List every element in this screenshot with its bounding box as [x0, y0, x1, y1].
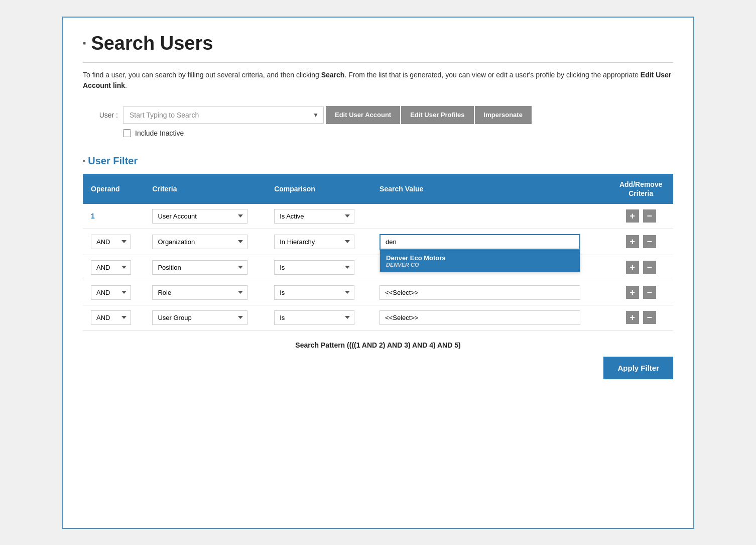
- col-header-operand: Operand: [83, 174, 144, 204]
- desc-text-1: To find a user, you can search by fillin…: [83, 71, 321, 79]
- filter-table: Operand Criteria Comparison Search Value…: [83, 174, 673, 331]
- col-header-comparison: Comparison: [266, 174, 371, 204]
- row4-search-value-cell: [371, 280, 608, 305]
- col-header-search-value: Search Value: [371, 174, 608, 204]
- row4-add-remove-cell: + −: [608, 280, 673, 305]
- impersonate-button[interactable]: Impersonate: [475, 106, 532, 124]
- table-row: AND OR User Account Organization Positio…: [83, 305, 673, 330]
- row3-comparison-select[interactable]: Is Active In Hierarchy Is: [274, 260, 354, 275]
- autocomplete-item-denver[interactable]: Denver Eco Motors DENVER CO ↖: [380, 250, 580, 272]
- row5-criteria-select[interactable]: User Account Organization Position Role …: [152, 310, 247, 325]
- row1-search-value-cell: [371, 204, 608, 229]
- row5-search-input[interactable]: [380, 310, 580, 325]
- row3-comparison-cell: Is Active In Hierarchy Is: [266, 255, 371, 280]
- table-row: AND OR User Account Organization Positio…: [83, 229, 673, 255]
- user-dropdown-wrapper: Start Typing to Search ▼: [123, 106, 324, 124]
- page-title-container: ▪ Search Users: [83, 33, 673, 54]
- row2-search-value-cell: Denver Eco Motors DENVER CO ↖: [371, 229, 608, 255]
- page-title: Search Users: [91, 33, 213, 54]
- row4-operand-select[interactable]: AND OR: [91, 285, 131, 300]
- row3-operand-cell: AND OR: [83, 255, 144, 280]
- user-search-section: User : Start Typing to Search ▼ Edit Use…: [83, 106, 673, 137]
- row2-comparison-cell: Is Active In Hierarchy Is: [266, 229, 371, 255]
- search-pattern-value: ((((1 AND 2) AND 3) AND 4) AND 5): [347, 341, 461, 349]
- autocomplete-item-name: Denver Eco Motors: [386, 254, 574, 262]
- row5-remove-button[interactable]: −: [643, 311, 656, 324]
- autocomplete-item-sub: DENVER CO: [386, 262, 574, 268]
- row2-add-remove-cell: + −: [608, 229, 673, 255]
- title-icon: ▪: [83, 38, 86, 49]
- table-row: 1 User Account Organization Position Rol…: [83, 204, 673, 229]
- row4-comparison-cell: Is Active In Hierarchy Is: [266, 280, 371, 305]
- row5-add-remove-cell: + −: [608, 305, 673, 330]
- search-pattern-row: Search Pattern ((((1 AND 2) AND 3) AND 4…: [83, 341, 673, 350]
- row1-criteria-cell: User Account Organization Position Role …: [144, 204, 266, 229]
- row5-operand-cell: AND OR: [83, 305, 144, 330]
- row2-operand-cell: AND OR: [83, 229, 144, 255]
- row2-remove-button[interactable]: −: [643, 235, 656, 248]
- row1-remove-button[interactable]: −: [643, 209, 656, 223]
- row2-autocomplete-container: Denver Eco Motors DENVER CO ↖: [380, 234, 580, 250]
- row2-operand-select[interactable]: AND OR: [91, 235, 131, 249]
- user-search-dropdown[interactable]: Start Typing to Search: [123, 106, 324, 124]
- row1-number: 1: [91, 212, 95, 220]
- row2-criteria-cell: User Account Organization Position Role …: [144, 229, 266, 255]
- row3-add-remove-cell: + −: [608, 255, 673, 280]
- user-label: User :: [83, 111, 118, 119]
- row3-remove-button[interactable]: −: [643, 261, 656, 274]
- row4-comparison-select[interactable]: Is Active In Hierarchy Is: [274, 285, 354, 300]
- include-inactive-label[interactable]: Include Inactive: [135, 129, 184, 137]
- cursor-arrow-icon: ↖: [589, 254, 598, 267]
- search-pattern-label: Search Pattern: [295, 341, 345, 349]
- filter-section-icon: ▪: [83, 157, 85, 164]
- apply-filter-button[interactable]: Apply Filter: [603, 357, 673, 379]
- page-container: ▪ Search Users To find a user, you can s…: [62, 17, 694, 529]
- row2-add-button[interactable]: +: [626, 235, 639, 248]
- include-inactive-row: Include Inactive: [123, 129, 673, 137]
- row1-add-remove-cell: + −: [608, 204, 673, 229]
- row3-add-button[interactable]: +: [626, 261, 639, 274]
- filter-section-title: ▪ User Filter: [83, 155, 673, 167]
- row5-criteria-cell: User Account Organization Position Role …: [144, 305, 266, 330]
- filter-section-label: User Filter: [88, 155, 138, 167]
- row5-operand-select[interactable]: AND OR: [91, 310, 131, 325]
- include-inactive-checkbox[interactable]: [123, 129, 131, 137]
- row2-autocomplete-dropdown: Denver Eco Motors DENVER CO ↖: [380, 250, 580, 272]
- desc-text-3: .: [125, 81, 127, 89]
- row1-number-cell: 1: [83, 204, 144, 229]
- row2-comparison-select[interactable]: Is Active In Hierarchy Is: [274, 235, 354, 249]
- row2-criteria-select[interactable]: User Account Organization Position Role …: [152, 235, 247, 249]
- table-row: AND OR User Account Organization Positio…: [83, 255, 673, 280]
- row1-comparison-select[interactable]: Is Active In Hierarchy Is: [274, 209, 354, 224]
- row4-add-button[interactable]: +: [626, 286, 639, 299]
- row4-criteria-cell: User Account Organization Position Role …: [144, 280, 266, 305]
- row3-criteria-cell: User Account Organization Position Role …: [144, 255, 266, 280]
- row1-comparison-cell: Is Active In Hierarchy Is: [266, 204, 371, 229]
- row3-criteria-select[interactable]: User Account Organization Position Role …: [152, 260, 247, 275]
- title-divider: [83, 62, 673, 63]
- edit-user-profiles-button[interactable]: Edit User Profiles: [401, 106, 473, 124]
- apply-filter-row: Apply Filter: [83, 357, 673, 379]
- row3-operand-select[interactable]: AND OR: [91, 260, 131, 275]
- col-header-add-remove: Add/RemoveCriteria: [608, 174, 673, 204]
- row5-add-button[interactable]: +: [626, 311, 639, 324]
- row1-add-button[interactable]: +: [626, 209, 639, 223]
- row4-criteria-select[interactable]: User Account Organization Position Role …: [152, 285, 247, 300]
- desc-text-2: . From the list that is generated, you c…: [344, 71, 640, 79]
- edit-user-account-button[interactable]: Edit User Account: [326, 106, 400, 124]
- row4-remove-button[interactable]: −: [643, 286, 656, 299]
- col-header-criteria: Criteria: [144, 174, 266, 204]
- desc-bold-1: Search: [321, 71, 345, 79]
- row5-search-value-cell: [371, 305, 608, 330]
- row2-search-input[interactable]: [380, 234, 580, 250]
- search-pattern-text: Search Pattern ((((1 AND 2) AND 3) AND 4…: [295, 341, 460, 349]
- row4-operand-cell: AND OR: [83, 280, 144, 305]
- user-search-row: User : Start Typing to Search ▼ Edit Use…: [83, 106, 673, 124]
- row4-search-input[interactable]: [380, 285, 580, 300]
- table-row: AND OR User Account Organization Positio…: [83, 280, 673, 305]
- row5-comparison-select[interactable]: Is Active In Hierarchy Is: [274, 310, 354, 325]
- page-description: To find a user, you can search by fillin…: [83, 70, 673, 91]
- row1-criteria-select[interactable]: User Account Organization Position Role …: [152, 209, 247, 224]
- row5-comparison-cell: Is Active In Hierarchy Is: [266, 305, 371, 330]
